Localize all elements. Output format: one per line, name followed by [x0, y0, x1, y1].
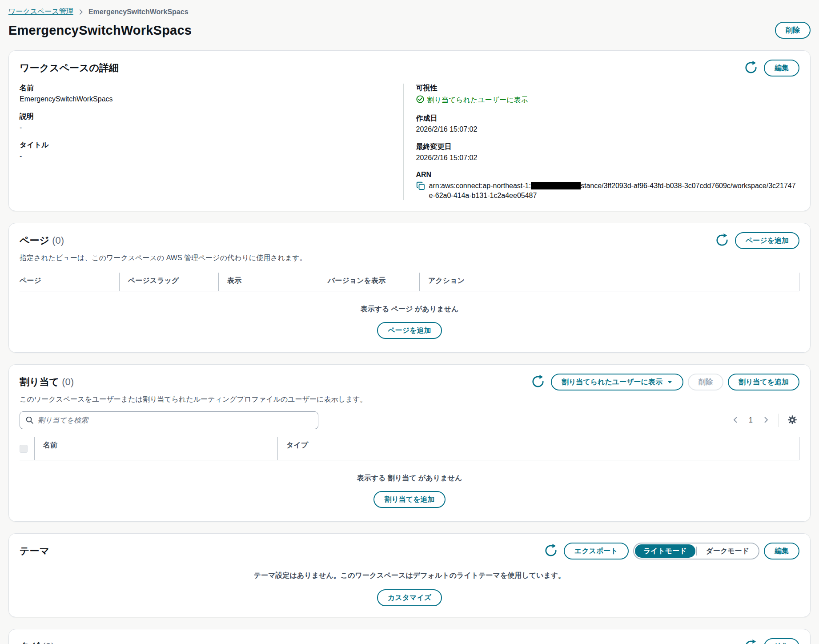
pages-heading: ページ (0)	[20, 234, 64, 247]
field-created-value: 2026/2/16 15:07:02	[416, 125, 800, 133]
theme-empty-text: テーマ設定はありません。このワークスペースはデフォルトのライトテーマを使用してい…	[20, 571, 799, 580]
column-header-type[interactable]: タイプ	[277, 437, 799, 460]
refresh-details-button[interactable]	[743, 60, 759, 76]
field-modified-date: 最終変更日 2026/2/16 15:07:02	[416, 142, 800, 162]
select-all-checkbox[interactable]	[20, 437, 34, 460]
field-description-value: -	[20, 124, 403, 132]
workspace-detail-page: ワークスペース管理 EmergencySwitchWorkSpacs Emerg…	[0, 0, 819, 644]
pages-description: 指定されたビューは、このワークスペースの AWS 管理ページの代わりに使用されま…	[20, 254, 799, 263]
add-page-button-empty[interactable]: ページを追加	[377, 322, 442, 339]
column-header-page[interactable]: ページ	[20, 273, 119, 291]
breadcrumb-link-workspace-management[interactable]: ワークスペース管理	[8, 7, 73, 16]
field-modified-label: 最終変更日	[416, 142, 800, 152]
pages-empty-state: 表示する ページ がありません ページを追加	[20, 291, 799, 342]
field-created-label: 作成日	[416, 114, 800, 123]
field-modified-value: 2026/2/16 15:07:02	[416, 154, 800, 162]
assignments-table-header: 名前 タイプ	[20, 437, 799, 460]
field-visibility-value: 割り当てられたユーザーに表示	[427, 96, 528, 105]
refresh-icon	[531, 374, 545, 390]
assignments-card: 割り当て (0) 割り当てられたユーザーに表示 削除 割り当てを追加 このワ	[8, 364, 811, 522]
theme-card: テーマ エクスポート ライトモード ダークモード 編集 テーマ設定はありません。…	[8, 533, 811, 617]
field-description-label: 説明	[20, 112, 403, 121]
page-title: EmergencySwitchWorkSpacs	[8, 23, 192, 38]
delete-assignment-button[interactable]: 削除	[688, 374, 723, 390]
breadcrumb: ワークスペース管理 EmergencySwitchWorkSpacs	[8, 5, 811, 16]
assignments-empty-text: 表示する 割り当て がありません	[20, 474, 799, 483]
field-visibility: 可視性 割り当てられたユーザーに表示	[416, 84, 800, 105]
customize-theme-button[interactable]: カスタマイズ	[377, 589, 442, 606]
field-arn: ARN arn:aws:connect:ap-northeast-1:stanc…	[416, 171, 800, 200]
details-left-column: 名前 EmergencySwitchWorkSpacs 説明 - タイトル -	[20, 84, 403, 200]
details-right-column: 可視性 割り当てられたユーザーに表示 作成日 2026/2/16 15:07:0…	[403, 84, 800, 200]
export-theme-button[interactable]: エクスポート	[564, 543, 629, 559]
assignment-search	[20, 411, 318, 429]
assignment-search-input[interactable]	[20, 411, 318, 429]
column-header-page-slug[interactable]: ページスラッグ	[119, 273, 218, 291]
table-settings-button[interactable]	[785, 412, 799, 429]
light-mode-button[interactable]: ライトモード	[635, 544, 695, 558]
tags-count: (0)	[42, 641, 54, 644]
theme-mode-toggle: ライトモード ダークモード	[633, 543, 759, 559]
add-page-button-top[interactable]: ページを追加	[735, 232, 799, 249]
edit-tags-button[interactable]: 編集	[764, 638, 799, 644]
chevron-right-icon	[763, 416, 770, 425]
pages-card: ページ (0) ページを追加 指定されたビューは、このワークスペースの AWS …	[8, 223, 811, 353]
column-header-name[interactable]: 名前	[34, 437, 277, 460]
theme-heading: テーマ	[20, 544, 49, 558]
column-header-show-version[interactable]: バージョンを表示	[319, 273, 419, 291]
refresh-pages-button[interactable]	[714, 232, 731, 249]
pages-table-header: ページ ページスラッグ 表示 バージョンを表示 アクション	[20, 273, 799, 291]
edit-theme-button[interactable]: 編集	[764, 543, 799, 559]
field-name-value: EmergencySwitchWorkSpacs	[20, 95, 403, 103]
refresh-icon	[744, 60, 758, 76]
pagination-prev-button[interactable]	[729, 412, 742, 429]
field-description: 説明 -	[20, 112, 403, 132]
visibility-dropdown-button[interactable]: 割り当てられたユーザーに表示	[551, 374, 683, 390]
segment-divider	[696, 547, 697, 555]
refresh-tags-button[interactable]	[743, 638, 759, 644]
details-heading: ワークスペースの詳細	[20, 61, 119, 75]
assignments-count: (0)	[62, 376, 74, 387]
pagination-current-page[interactable]: 1	[743, 416, 758, 424]
breadcrumb-chevron-icon	[78, 9, 84, 15]
caret-down-icon	[667, 379, 673, 385]
field-title-label: タイトル	[20, 141, 403, 150]
assignments-empty-state: 表示する 割り当て がありません 割り当てを追加	[20, 460, 799, 511]
dark-mode-button[interactable]: ダークモード	[698, 547, 758, 556]
pagination: 1	[729, 412, 799, 429]
gear-icon	[787, 415, 798, 427]
refresh-assignments-button[interactable]	[530, 374, 546, 390]
add-assignment-button-empty[interactable]: 割り当てを追加	[373, 491, 445, 508]
breadcrumb-current: EmergencySwitchWorkSpacs	[88, 8, 189, 16]
field-visibility-label: 可視性	[416, 84, 800, 93]
delete-workspace-button[interactable]: 削除	[775, 22, 811, 39]
assignments-heading: 割り当て (0)	[20, 375, 74, 389]
field-name: 名前 EmergencySwitchWorkSpacs	[20, 84, 403, 103]
tags-card: タグ (0) 編集 キー 値 表示する タグ がありません 追加	[8, 629, 811, 644]
field-name-label: 名前	[20, 84, 403, 93]
redacted-account-id	[531, 182, 581, 189]
copy-arn-button[interactable]	[416, 181, 425, 192]
refresh-icon	[715, 233, 729, 249]
field-arn-value: arn:aws:connect:ap-northeast-1:stance/3f…	[429, 181, 800, 200]
field-arn-label: ARN	[416, 171, 800, 179]
field-title: タイトル -	[20, 141, 403, 160]
pages-empty-text: 表示する ページ がありません	[20, 305, 799, 314]
field-title-value: -	[20, 152, 403, 160]
refresh-theme-button[interactable]	[542, 543, 559, 559]
tags-heading: タグ (0)	[20, 640, 54, 644]
pages-count: (0)	[52, 235, 64, 246]
field-created-date: 作成日 2026/2/16 15:07:02	[416, 114, 800, 133]
chevron-left-icon	[732, 416, 739, 425]
workspace-details-card: ワークスペースの詳細 編集 名前 EmergencySwitchWorkSpac…	[8, 50, 811, 211]
edit-details-button[interactable]: 編集	[764, 60, 799, 76]
copy-icon	[416, 181, 425, 192]
column-header-display[interactable]: 表示	[218, 273, 319, 291]
pagination-divider	[779, 414, 779, 427]
refresh-icon	[544, 543, 558, 559]
pagination-next-button[interactable]	[760, 412, 772, 429]
column-header-actions[interactable]: アクション	[419, 273, 799, 291]
refresh-icon	[744, 639, 758, 644]
add-assignment-button-top[interactable]: 割り当てを追加	[728, 374, 799, 390]
assignments-description: このワークスペースをユーザーまたは割り当てられたルーティングプロファイルのユーザ…	[20, 395, 799, 404]
